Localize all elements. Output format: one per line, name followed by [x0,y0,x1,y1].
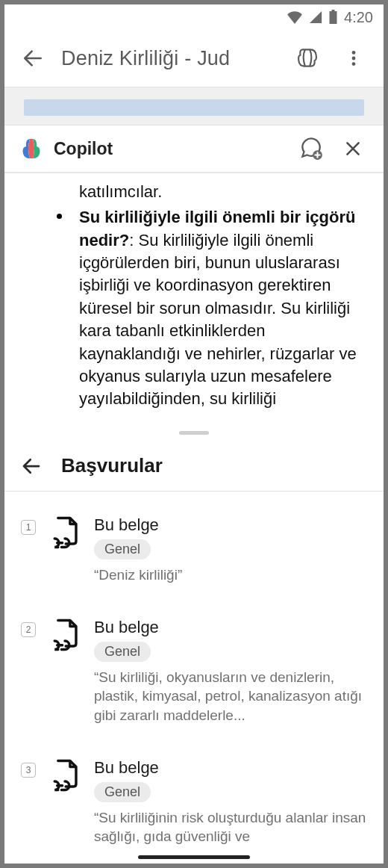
reference-number-badge: 2 [21,622,36,637]
svg-rect-0 [330,11,337,24]
cell-signal-icon [309,10,322,24]
references-list: 1 Bu belge Genel “Deniz kirliliği” 2 [4,492,384,868]
references-title: Başvurular [61,454,163,477]
svg-point-4 [352,62,356,66]
document-link-icon [48,758,82,793]
more-menu-button[interactable] [337,42,370,75]
document-title: Deniz Kirliliği - Jud [61,47,278,70]
copilot-logo-icon [19,137,43,161]
reference-snippet: “Su kirliliğinin risk oluşturduğu alanla… [94,808,367,846]
bullet-icon [57,214,62,219]
battery-icon [328,10,338,25]
home-indicator[interactable] [138,855,250,859]
reference-number-badge: 1 [21,520,36,535]
close-button[interactable] [337,133,369,164]
document-preview-strip [4,87,384,125]
svg-point-3 [352,57,356,61]
status-bar: 4:20 [4,4,384,30]
reference-snippet: “Deniz kirliliği” [94,565,367,585]
status-time: 4:20 [344,9,373,26]
svg-rect-1 [332,10,335,11]
copilot-header-icon[interactable] [291,42,324,75]
reference-title: Bu belge [94,515,367,535]
response-bullet: Su kirliliğiyle ilgili önemli bir içgörü… [49,206,367,410]
reference-tag: Genel [94,539,151,559]
back-button[interactable] [18,43,48,73]
document-link-icon [48,618,82,652]
reference-item[interactable]: 1 Bu belge Genel “Deniz kirliliği” [4,505,384,607]
reference-tag: Genel [94,782,151,802]
copilot-label: Copilot [54,139,285,159]
document-selection-highlight [24,99,364,116]
reference-number-badge: 3 [21,763,36,778]
new-chat-button[interactable] [295,133,327,164]
references-back-button[interactable] [18,453,45,480]
reference-snippet: “Su kirliliği, okyanusların ve denizleri… [94,668,367,725]
document-link-icon [48,515,82,550]
wifi-icon [287,10,303,24]
copilot-response[interactable]: katılımcılar. Su kirliliğiyle ilgili öne… [4,173,384,424]
bullet-answer: : Su kirliliğiyle ilgili önemli içgörüle… [79,231,357,409]
app-header: Deniz Kirliliği - Jud [4,30,384,87]
reference-title: Bu belge [94,618,367,637]
reference-tag: Genel [94,642,151,662]
sheet-drag-handle[interactable] [4,424,384,441]
references-header: Başvurular [4,441,384,492]
reference-item[interactable]: 3 Bu belge Genel “Su kirliliğinin risk o… [4,748,384,868]
svg-point-2 [352,51,356,55]
response-fragment-prev: katılımcılar. [79,181,367,203]
reference-title: Bu belge [94,758,367,778]
reference-item[interactable]: 2 Bu belge Genel “Su kirliliği, okyanusl… [4,607,384,748]
copilot-panel-header: Copilot [4,125,384,173]
